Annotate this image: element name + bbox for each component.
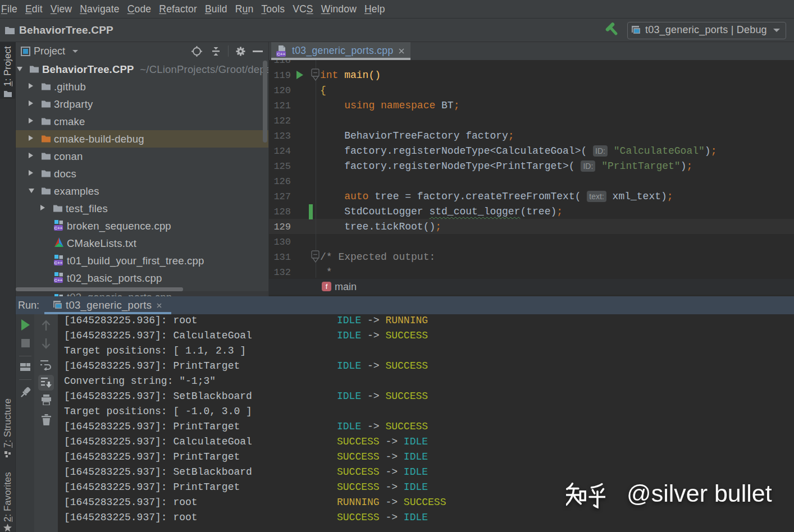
svg-text:C++: C++ — [277, 52, 285, 57]
svg-text:C++: C++ — [54, 260, 63, 265]
svg-text:C++: C++ — [54, 226, 63, 231]
svg-text:C++: C++ — [54, 278, 63, 283]
